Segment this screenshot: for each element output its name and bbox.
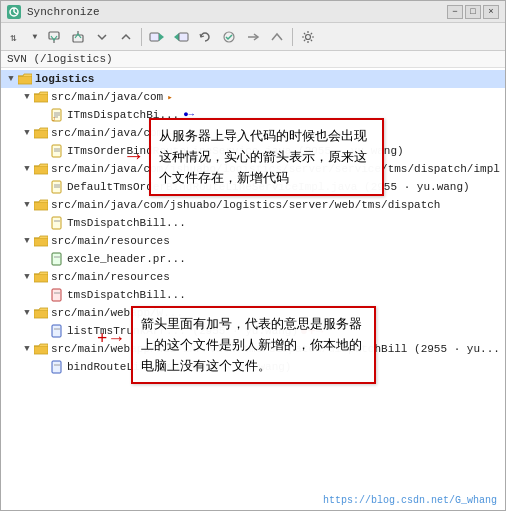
svg-text:J: J <box>52 117 55 122</box>
folder-icon-3 <box>34 163 48 175</box>
folder-icon-1 <box>34 91 48 103</box>
svg-rect-11 <box>179 33 188 41</box>
expand-arrow-5[interactable] <box>21 235 33 247</box>
svg-marker-10 <box>174 33 179 41</box>
svg-rect-8 <box>150 33 159 41</box>
sync-btn-1[interactable]: ⇅ <box>5 26 27 48</box>
maximize-button[interactable]: □ <box>465 5 481 19</box>
close-button[interactable]: × <box>483 5 499 19</box>
expand-leaf-impl <box>37 181 49 193</box>
tree-item-tmsdispatchbill-xml[interactable]: tmsDispatchBill... <box>1 286 505 304</box>
svg-rect-28 <box>52 253 61 265</box>
expand-arrow-6[interactable] <box>21 271 33 283</box>
annotation-text-2: 箭头里面有加号，代表的意思是服务器上的这个文件是别人新增的，你本地的电脑上没有这… <box>141 316 362 373</box>
sync-dropdown[interactable]: ▼ <box>29 26 41 48</box>
svg-rect-4 <box>49 32 59 39</box>
annotation-box-1: → 从服务器上导入代码的时候也会出现这种情况，实心的箭头表示，原来这个文件存在，… <box>149 118 384 196</box>
file-icon-bindrouteline <box>50 360 64 374</box>
src-java-1-label: src/main/java/com <box>51 91 163 103</box>
collapse-btn[interactable] <box>266 26 288 48</box>
file-icon-java-1: J <box>50 108 64 122</box>
svg-rect-32 <box>52 325 61 337</box>
tmsdispatchbill-xml-label: tmsDispatchBill... <box>67 289 186 301</box>
logistics-label: logistics <box>35 73 94 85</box>
expand-leaf-bindrouteline <box>37 361 49 373</box>
toolbar-sep-1 <box>141 28 142 46</box>
svg-rect-30 <box>52 289 61 301</box>
src-web-label: src/main/java/com/jshuabo/logistics/serv… <box>51 199 440 211</box>
folder-icon-4 <box>34 199 48 211</box>
expand-arrow-4[interactable] <box>21 199 33 211</box>
folder-icon-logistics <box>18 73 32 85</box>
annotation-box-2: +→ 箭头里面有加号，代表的意思是服务器上的这个文件是别人新增的，你本地的电脑上… <box>131 306 376 384</box>
svg-rect-34 <box>52 361 61 373</box>
expand-leaf-trunk <box>37 325 49 337</box>
src-java-2-label: src/main/java/com <box>51 127 163 139</box>
tree-item-resources-2[interactable]: src/main/resources <box>1 268 505 286</box>
update-btn[interactable] <box>67 26 89 48</box>
folder-icon-8 <box>34 343 48 355</box>
svn-commit-btn[interactable] <box>146 26 168 48</box>
file-icon-xml <box>50 288 64 302</box>
tree-item-excle-header[interactable]: excle_header.pr... <box>1 250 505 268</box>
file-icon-impl <box>50 180 64 194</box>
title-bar: Synchronize − □ × <box>1 1 505 23</box>
expand-leaf-2 <box>37 145 49 157</box>
expand-arrow-itmsdispatch <box>37 109 49 121</box>
tree-item-src-java-1[interactable]: src/main/java/com ▸ <box>1 88 505 106</box>
tree-item-resources-1[interactable]: src/main/resources <box>1 232 505 250</box>
svg-rect-26 <box>52 217 61 229</box>
nav-up-btn[interactable] <box>115 26 137 48</box>
expand-arrow-8[interactable] <box>21 343 33 355</box>
excle-header-label: excle_header.pr... <box>67 253 186 265</box>
svg-rect-6 <box>73 35 83 42</box>
folder-icon-7 <box>34 307 48 319</box>
folder-icon-5 <box>34 235 48 247</box>
mark-resolved-btn[interactable] <box>218 26 240 48</box>
tmsdispatchbill-label: TmsDispatchBill... <box>67 217 186 229</box>
file-icon-bill <box>50 216 64 230</box>
expand-leaf-excle <box>37 253 49 265</box>
arrow-right-btn[interactable] <box>242 26 264 48</box>
svg-line-2 <box>14 12 17 14</box>
resources-2-label: src/main/resources <box>51 271 170 283</box>
toolbar-sep-2 <box>292 28 293 46</box>
window-controls: − □ × <box>447 5 499 19</box>
tree-root-logistics[interactable]: logistics <box>1 70 505 88</box>
tree-area[interactable]: logistics src/main/java/com ▸ <box>1 68 505 510</box>
tree-item-src-web[interactable]: src/main/java/com/jshuabo/logistics/serv… <box>1 196 505 214</box>
expand-leaf-xml <box>37 289 49 301</box>
commit-btn[interactable] <box>43 26 65 48</box>
window-icon <box>7 5 21 19</box>
svg-marker-9 <box>159 33 164 41</box>
svn-update-btn[interactable] <box>170 26 192 48</box>
resources-1-label: src/main/resources <box>51 235 170 247</box>
tree-item-tmsdispatchbill[interactable]: TmsDispatchBill... <box>1 214 505 232</box>
expand-arrow-2[interactable] <box>21 127 33 139</box>
svn-badge-1: ▸ <box>165 92 174 103</box>
svg-point-14 <box>306 34 311 39</box>
nav-down-btn[interactable] <box>91 26 113 48</box>
svn-path-label: SVN (/logistics) <box>1 51 505 68</box>
refresh-btn[interactable] <box>194 26 216 48</box>
window-title: Synchronize <box>27 6 441 18</box>
expand-arrow-logistics[interactable] <box>5 73 17 85</box>
annotation-text-1: 从服务器上导入代码的时候也会出现这种情况，实心的箭头表示，原来这个文件存在，新增… <box>159 128 367 185</box>
minimize-button[interactable]: − <box>447 5 463 19</box>
settings-btn[interactable] <box>297 26 319 48</box>
watermark: https://blog.csdn.net/G_whang <box>323 495 497 506</box>
folder-icon-2 <box>34 127 48 139</box>
expand-arrow-3[interactable] <box>21 163 33 175</box>
file-icon-trunk <box>50 324 64 338</box>
svg-text:⇅: ⇅ <box>10 32 17 44</box>
expand-arrow-7[interactable] <box>21 307 33 319</box>
synchronize-window: Synchronize − □ × ⇅ ▼ <box>0 0 506 511</box>
expand-leaf-bill <box>37 217 49 229</box>
folder-icon-6 <box>34 271 48 283</box>
toolbar: ⇅ ▼ <box>1 23 505 51</box>
file-icon-excle <box>50 252 64 266</box>
file-icon-java-2 <box>50 144 64 158</box>
expand-arrow-1[interactable] <box>21 91 33 103</box>
